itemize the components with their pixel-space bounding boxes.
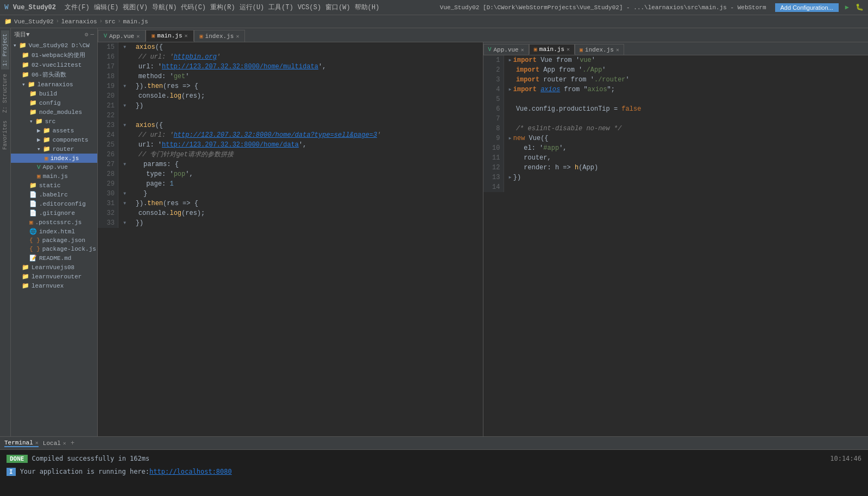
menu-view[interactable]: 视图(V) — [123, 3, 148, 12]
fold-icon-31: ▾ — [123, 199, 127, 208]
tree-item-build[interactable]: 📁 build — [11, 89, 97, 98]
left-editor-pane[interactable]: 15 16 17 18 19 20 21 22 23 24 25 — [98, 42, 483, 436]
js-file-icon: ▣ — [29, 219, 33, 226]
right-code-content: ▸ import Vue from 'vue' import App from … — [504, 55, 869, 192]
left-tab-project[interactable]: 1: Project — [1, 30, 9, 69]
close-icon[interactable]: ✕ — [616, 47, 619, 53]
tree-item-static[interactable]: 📁 static — [11, 181, 97, 190]
run-icon[interactable]: ▶ — [845, 3, 849, 11]
terminal-close-icon[interactable]: ✕ — [35, 440, 39, 446]
folder-icon: 📁 — [43, 136, 51, 143]
breadcrumb-mainjs[interactable]: main.js — [123, 18, 148, 25]
menu-help[interactable]: 帮助(H) — [355, 3, 380, 12]
tree-item-node-modules[interactable]: 📁 node_modules — [11, 107, 97, 117]
tree-item-src[interactable]: ▾ 📁 src — [11, 117, 97, 126]
breadcrumb-vue-study[interactable]: 📁 Vue_Study02 — [4, 18, 54, 25]
tree-item-gitignore[interactable]: 📄 .gitignore — [11, 208, 97, 218]
breadcrumb-src[interactable]: src — [105, 18, 116, 25]
folder-icon: 📁 — [22, 273, 29, 280]
vue-icon: V — [488, 47, 492, 53]
tree-item-components[interactable]: ▶ 📁 components — [11, 135, 97, 144]
right-tab-index-js[interactable]: ▣ index.js ✕ — [575, 44, 624, 55]
breadcrumb-learnaxios[interactable]: learnaxios — [61, 18, 97, 25]
right-tab-main-js[interactable]: ▣ main.js ✕ — [529, 44, 575, 55]
tree-item-learnvuejs08[interactable]: 📁 LearnVuejs08 — [11, 263, 97, 272]
content-area: 1: Project Z: Structure Favorites 项目▼ ⚙ … — [0, 28, 868, 436]
tab-app-vue[interactable]: V App.vue ✕ — [98, 30, 146, 42]
collapse-icon[interactable]: — — [90, 31, 94, 38]
menu-window[interactable]: 窗口(W) — [325, 3, 350, 12]
terminal-tab-local[interactable]: Local ✕ — [43, 440, 66, 447]
fold-icon-23: ▾ — [123, 120, 127, 130]
tab-close-index-js[interactable]: ✕ — [236, 33, 239, 40]
debug-icon[interactable]: 🐛 — [856, 3, 864, 11]
menu-tools[interactable]: 工具(T) — [268, 3, 293, 12]
expand-icon: ▾ — [37, 145, 41, 152]
expand-icon: ▾ — [22, 81, 26, 88]
menu-code[interactable]: 代码(C) — [181, 3, 206, 12]
menu-vcs[interactable]: VCS(S) — [298, 4, 321, 11]
json-file-icon: { } — [29, 237, 40, 244]
tree-item-webpack[interactable]: 📁 01-webpack的使用 — [11, 50, 97, 60]
left-tab-structure[interactable]: Z: Structure — [1, 71, 9, 116]
left-tab-favorites[interactable]: Favorites — [1, 117, 9, 153]
file-icon: 📄 — [29, 191, 37, 198]
folder-icon: 📁 — [22, 52, 29, 59]
tab-close-app-vue[interactable]: ✕ — [136, 33, 140, 40]
tree-item-main-js[interactable]: ▣ main.js — [11, 171, 97, 181]
terminal-area: Terminal ✕ Local ✕ + DONE Compiled succe… — [0, 436, 868, 496]
app-running-text: Your application is running here: — [20, 468, 149, 475]
menu-nav[interactable]: 导航(N) — [152, 3, 177, 12]
tab-index-js[interactable]: ▣ index.js ✕ — [194, 30, 246, 42]
tree-item-package-lock[interactable]: { } package-lock.js — [11, 245, 97, 253]
right-editor-pane[interactable]: V App.vue ✕ ▣ main.js ✕ ▣ in — [483, 42, 869, 436]
close-icon[interactable]: ✕ — [567, 46, 570, 53]
tab-main-js[interactable]: ▣ main.js ✕ — [146, 30, 193, 42]
terminal-content: DONE Compiled successfully in 162ms 10:1… — [0, 450, 868, 496]
tree-item-assets[interactable]: ▶ 📁 assets — [11, 126, 97, 135]
tree-item-index-js[interactable]: ▣ index.js — [11, 154, 97, 163]
folder-icon: 📁 — [22, 282, 29, 289]
close-icon[interactable]: ✕ — [521, 47, 524, 53]
local-close-icon[interactable]: ✕ — [63, 440, 66, 447]
right-tab-app-vue[interactable]: V App.vue ✕ — [483, 44, 529, 55]
project-name[interactable]: Vue_Study02 — [13, 4, 56, 11]
code-line-16: // url: 'httpbin.org' — [123, 52, 479, 62]
tree-item-app-vue[interactable]: V App.vue — [11, 163, 97, 171]
code-line-33: ▾ }) — [123, 218, 479, 228]
html-file-icon: 🌐 — [29, 228, 37, 235]
add-config-button[interactable]: Add Configuration... — [775, 3, 839, 12]
tree-item-editorconfig[interactable]: 📄 .editorconfig — [11, 199, 97, 208]
tree-item-vue-study02[interactable]: ▾ 📁 Vue_Study02 D:\CW — [11, 41, 97, 50]
folder-icon: 📁 — [29, 109, 37, 116]
tree-item-vuecli[interactable]: 📁 02-vuecli2test — [11, 60, 97, 69]
tree-item-postcssrc[interactable]: ▣ .postcssrc.js — [11, 218, 97, 227]
tree-item-config[interactable]: 📁 config — [11, 98, 97, 107]
project-dropdown[interactable]: 项目▼ — [14, 30, 30, 39]
terminal-tabs: Terminal ✕ Local ✕ + — [0, 437, 868, 450]
tab-close-main-js[interactable]: ✕ — [185, 33, 188, 39]
code-line-15: ▾ axios({ — [123, 42, 479, 52]
folder-icon: 📁 — [29, 182, 37, 189]
tree-item-learnaxios[interactable]: ▾ 📁 learnaxios — [11, 80, 97, 89]
tree-item-arrow[interactable]: 📁 06-箭头函数 — [11, 69, 97, 80]
fold-icon-30: ▾ — [123, 189, 127, 199]
tree-item-index-html[interactable]: 🌐 index.html — [11, 227, 97, 236]
tree-item-learnvuex[interactable]: 📁 learnvuex — [11, 281, 97, 290]
terminal-add-tab[interactable]: + — [71, 440, 74, 447]
tree-item-router[interactable]: ▾ 📁 router — [11, 144, 97, 154]
localhost-link[interactable]: http://localhost:8080 — [149, 468, 232, 475]
tree-item-learnvuerouter[interactable]: 📁 learnvuerouter — [11, 272, 97, 281]
tree-item-readme[interactable]: 📝 README.md — [11, 253, 97, 263]
fold-icon: ▸ — [508, 173, 512, 182]
settings-icon[interactable]: ⚙ — [85, 31, 89, 38]
menu-run[interactable]: 运行(U) — [240, 3, 265, 12]
left-code-editor: 15 16 17 18 19 20 21 22 23 24 25 — [98, 42, 483, 228]
menu-file[interactable]: 文件(F) — [65, 3, 90, 12]
menu-refactor[interactable]: 重构(R) — [210, 3, 235, 12]
tree-item-package-json[interactable]: { } package.json — [11, 236, 97, 245]
r-code-line-8: /* eslint-disable no-new */ — [508, 124, 864, 133]
menu-edit[interactable]: 编辑(E) — [94, 3, 119, 12]
tree-item-babelrc[interactable]: 📄 .babelrc — [11, 190, 97, 199]
terminal-tab-terminal[interactable]: Terminal ✕ — [4, 440, 39, 447]
